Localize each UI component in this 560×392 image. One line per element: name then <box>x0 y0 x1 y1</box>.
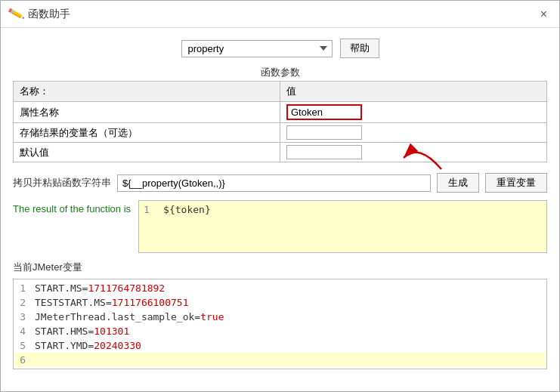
param-input-1[interactable] <box>286 104 362 120</box>
result-box: 1 ${token} <box>138 200 547 253</box>
jmeter-row-3: JMeterThread.last_sample_ok=true <box>30 310 228 324</box>
jmeter-val-5: 20240330 <box>94 340 141 351</box>
jmeter-row-2: TESTSTART.MS=1711766100751 <box>30 295 193 310</box>
result-content: 1 ${token} <box>144 204 542 215</box>
jmeter-label: 当前JMeter变量 <box>13 261 547 274</box>
table-row: 6 <box>15 353 545 367</box>
jmeter-key-2: TESTSTART.MS= <box>35 297 112 308</box>
copy-label: 拷贝并粘贴函数字符串 <box>13 176 111 190</box>
jmeter-key-5: START.YMD= <box>35 340 94 351</box>
result-code: ${token} <box>163 204 211 215</box>
table-row: 1 START.MS=1711764781892 <box>15 281 545 295</box>
jmeter-key-3: JMeterThread.last_sample_ok= <box>35 311 200 323</box>
col-value-header: 值 <box>280 82 547 102</box>
jmeter-linenum-5: 5 <box>15 338 30 353</box>
param-name-2: 存储结果的变量名（可选） <box>14 123 280 143</box>
copy-input[interactable] <box>117 174 431 192</box>
params-table: 名称： 值 属性名称 存储结果的变量名（可选） <box>13 81 547 162</box>
jmeter-val-4: 101301 <box>94 326 129 337</box>
jmeter-key-4: START.HMS= <box>35 326 94 337</box>
col-name-header: 名称： <box>14 82 280 102</box>
jmeter-val-3: true <box>200 311 224 323</box>
jmeter-section: 当前JMeter变量 1 START.MS=1711764781892 2 <box>13 261 547 369</box>
jmeter-row-1: START.MS=1711764781892 <box>30 281 169 295</box>
copy-row: 拷贝并粘贴函数字符串 生成 重置变量 <box>13 173 547 193</box>
result-label: The result of the function is <box>13 200 131 215</box>
param-name-1: 属性名称 <box>14 102 280 123</box>
jmeter-val-2: 1711766100751 <box>112 297 189 308</box>
table-row: 4 START.HMS=101301 <box>15 324 545 338</box>
result-line-num: 1 <box>144 204 156 215</box>
params-section-title: 函数参数 <box>13 66 547 79</box>
param-value-3 <box>280 143 547 162</box>
jmeter-linenum-3: 3 <box>15 310 30 324</box>
title-left: ✏️ 函数助手 <box>8 7 70 21</box>
function-select[interactable]: property <box>181 40 333 57</box>
params-section: 函数参数 名称： 值 属性名称 存储结果的变 <box>13 66 547 162</box>
jmeter-row-4: START.HMS=101301 <box>30 324 134 338</box>
window-title: 函数助手 <box>28 8 70 21</box>
param-value-1 <box>280 102 547 123</box>
jmeter-linenum-1: 1 <box>15 281 30 295</box>
close-button[interactable]: × <box>536 7 552 22</box>
dialog-content: property 帮助 函数参数 名称： 值 属性名称 <box>1 28 559 391</box>
jmeter-val-1: 1711764781892 <box>88 282 165 294</box>
param-value-2 <box>280 123 547 143</box>
jmeter-row-5: START.YMD=20240330 <box>30 338 146 353</box>
generate-wrapper: 生成 <box>437 173 479 193</box>
help-button[interactable]: 帮助 <box>340 39 379 58</box>
generate-button[interactable]: 生成 <box>437 173 479 193</box>
jmeter-linenum-2: 2 <box>15 295 30 310</box>
jmeter-table: 1 START.MS=1711764781892 2 TESTSTART.MS=… <box>14 279 546 369</box>
jmeter-linenum-4: 4 <box>15 324 30 338</box>
table-row: 默认值 <box>14 143 547 162</box>
table-row: 3 JMeterThread.last_sample_ok=true <box>15 310 545 324</box>
reset-button[interactable]: 重置变量 <box>485 173 547 193</box>
jmeter-box: 1 START.MS=1711764781892 2 TESTSTART.MS=… <box>13 279 547 369</box>
param-input-3[interactable] <box>286 145 362 159</box>
table-row: 属性名称 <box>14 102 547 123</box>
table-row: 5 START.YMD=20240330 <box>15 338 545 353</box>
param-input-2[interactable] <box>286 125 362 140</box>
jmeter-row-6 <box>30 353 45 367</box>
jmeter-linenum-6: 6 <box>15 353 30 367</box>
table-row: 存储结果的变量名（可选） <box>14 123 547 143</box>
table-row: 2 TESTSTART.MS=1711766100751 <box>15 295 545 310</box>
result-section: The result of the function is 1 ${token} <box>13 200 547 253</box>
param-name-3: 默认值 <box>14 143 280 162</box>
pencil-icon: ✏️ <box>7 5 25 23</box>
top-bar: property 帮助 <box>13 39 547 58</box>
title-bar: ✏️ 函数助手 × <box>1 1 559 28</box>
jmeter-key-1: START.MS= <box>35 282 88 294</box>
function-helper-dialog: ✏️ 函数助手 × property 帮助 函数参数 名称： 值 <box>0 0 560 392</box>
